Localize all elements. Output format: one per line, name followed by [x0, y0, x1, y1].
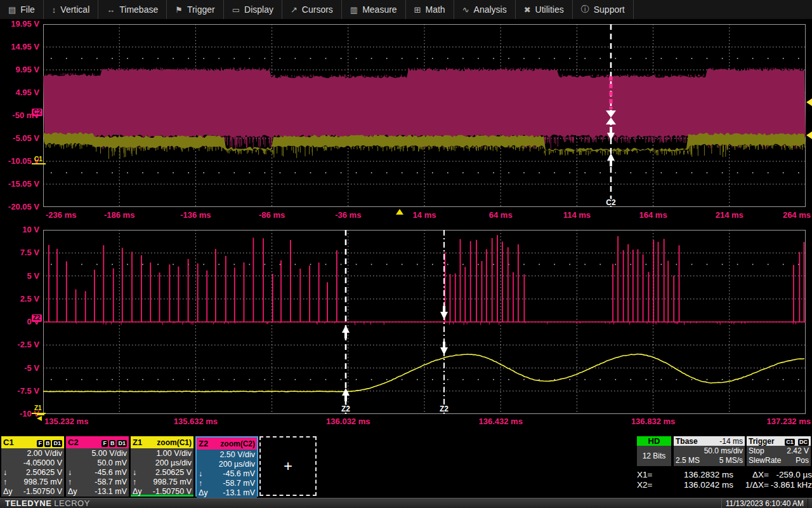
zoom-waveform-grid[interactable]: Z2Z2 — [43, 230, 806, 414]
descriptor-title: C2 — [68, 438, 79, 447]
x-axis-label: 264 ms — [750, 210, 811, 220]
cursor-arrow-icon: ↗ — [291, 5, 298, 15]
menu-item-utilities[interactable]: ✖Utilities — [516, 0, 573, 19]
y-axis-label: -7.5 V — [0, 386, 39, 396]
menu-item-label: Utilities — [535, 4, 564, 15]
trigger-title: Trigger — [749, 437, 775, 446]
inv-dx-value: -3.861 kHz — [769, 480, 812, 490]
add-trace-box[interactable]: + — [259, 436, 317, 496]
datetime-display[interactable]: 11/13/2023 6:10:40 AM — [721, 498, 808, 508]
menu-item-label: Support — [594, 4, 625, 15]
descriptor-row: 200 µs/div — [199, 460, 255, 469]
x-axis-label: 164 ms — [623, 210, 684, 220]
y-axis-label: 9.95 V — [0, 65, 39, 75]
menu-item-trigger[interactable]: ⚑Trigger — [167, 0, 223, 19]
menu-item-measure[interactable]: ▥Measure — [342, 0, 406, 19]
trigger-type: SlewRate — [749, 456, 781, 465]
x-axis-label: 114 ms — [546, 210, 607, 220]
descriptor-row: ↓-45.6 mV — [199, 469, 255, 479]
main-waveform-grid[interactable]: C2 — [43, 24, 806, 207]
y-axis-label: 19.95 V — [0, 19, 39, 29]
descriptor-row: 50.0 mV — [68, 458, 127, 468]
trigger-slope: Pos — [796, 456, 809, 465]
tools-icon: ✖ — [524, 5, 531, 15]
y-axis-label: 10 V — [0, 225, 39, 235]
hd-bits: 12 Bits — [637, 446, 671, 466]
menu-item-display[interactable]: ▭Display — [224, 0, 282, 19]
trace-descriptor-c1[interactable]: C1FBD12.00 V/div-4.05000 V↓2.50625 V↑998… — [1, 436, 64, 497]
menu-item-label: Trigger — [187, 4, 215, 15]
y-axis-label: 2.5 V — [0, 294, 39, 304]
timebase-box[interactable]: Tbase -14 ms 50.0 ms/div 2.5 MS 5 MS/s — [674, 436, 745, 466]
channel-marker-z1[interactable]: Z1 — [33, 404, 43, 412]
descriptor-subtitle: zoom(C2) — [220, 439, 255, 448]
x-axis-label: -136 ms — [165, 210, 226, 220]
horizontal-arrows-icon: ↔ — [107, 5, 115, 15]
descriptor-row: Δy-13.1 mV — [199, 488, 255, 498]
descriptor-row: 1.00 V/div — [133, 449, 192, 458]
x-axis-label: 135.232 ms — [44, 417, 105, 427]
channel-marker-c2[interactable]: C2 — [32, 109, 43, 116]
trace-descriptor-z2[interactable]: Z2zoom(C2)2.50 V/div200 µs/div↓-45.6 mV↑… — [195, 436, 258, 497]
menu-item-label: Measure — [362, 4, 396, 15]
file-icon: ▤ — [8, 5, 16, 15]
descriptor-badge-f: F — [37, 440, 43, 447]
x-axis-label: 137.232 ms — [750, 417, 811, 427]
trigger-box[interactable]: Trigger C1 DC Stop 2.42 V SlewRate Pos — [747, 436, 811, 466]
y-axis-label: 14.95 V — [0, 42, 39, 52]
channel-marker-z2[interactable]: Z2 — [32, 314, 42, 322]
descriptor-row: ↓2.50625 V — [3, 468, 62, 478]
level-indicator-arrow[interactable] — [806, 131, 812, 139]
trigger-offscreen-arrow[interactable] — [37, 416, 42, 421]
descriptor-badge-b: B — [109, 440, 116, 447]
level-indicator-arrow[interactable] — [806, 98, 812, 106]
channel-marker-c1[interactable]: C1 — [33, 156, 44, 163]
hd-mode-box[interactable]: HD 12 Bits — [637, 436, 671, 466]
x-axis-label: 136.032 ms — [318, 417, 379, 427]
y-axis-label: 5 V — [0, 271, 39, 281]
menu-bar: ▤File↕Vertical↔Timebase⚑Trigger▭Display↗… — [0, 0, 812, 20]
trigger-coupling-badge: DC — [798, 439, 809, 446]
x-axis-label: 135.632 ms — [165, 417, 226, 427]
descriptor-row: ↑998.75 mV — [3, 478, 62, 487]
measure-icon: ▥ — [350, 5, 358, 15]
x-axis-label: -186 ms — [89, 210, 150, 220]
menu-item-label: Vertical — [60, 4, 89, 15]
timebase-title: Tbase — [676, 437, 698, 446]
menu-item-label: Cursors — [302, 4, 333, 15]
x2-label: X2= — [637, 480, 660, 490]
descriptor-title: C1 — [3, 438, 14, 447]
dx-label: ΔX= — [733, 470, 769, 480]
menu-item-support[interactable]: ⓘSupport — [573, 0, 634, 19]
menu-item-label: Timebase — [119, 4, 158, 15]
x-axis-label: -36 ms — [318, 210, 379, 220]
descriptor-row: Δy-13.1 mV — [68, 487, 127, 497]
x1-label: X1= — [637, 470, 660, 480]
menu-item-file[interactable]: ▤File — [0, 0, 44, 19]
menu-item-label: Math — [426, 4, 445, 15]
x-axis-label: 136.432 ms — [470, 417, 531, 427]
trigger-time-marker[interactable] — [396, 209, 403, 215]
hd-title: HD — [637, 436, 671, 446]
oscilloscope-app: ▤File↕Vertical↔Timebase⚑Trigger▭Display↗… — [0, 0, 812, 508]
monitor-icon: ▭ — [232, 5, 240, 15]
x-axis-label: 64 ms — [470, 210, 531, 220]
menu-item-math[interactable]: ⊞Math — [406, 0, 454, 19]
timebase-rate: 5 MS/s — [719, 456, 743, 465]
calculator-icon: ⊞ — [414, 5, 421, 15]
trace-descriptor-c2[interactable]: C2FBD15.00 V/div50.0 mV↓-45.6 mV↑-58.7 m… — [66, 436, 129, 497]
cursor-readout: X1= 136.2832 ms ΔX= -259.0 µs X2= 136.02… — [637, 470, 812, 490]
dx-value: -259.0 µs — [769, 470, 812, 480]
descriptor-title: Z1 — [133, 438, 142, 447]
menu-item-vertical[interactable]: ↕Vertical — [44, 0, 98, 19]
chart-icon: ∿ — [462, 5, 469, 15]
menu-item-label: File — [20, 4, 35, 15]
descriptor-row: 5.00 V/div — [68, 449, 127, 458]
descriptor-row: ↓-45.6 mV — [68, 468, 127, 478]
descriptor-badge-f: F — [102, 440, 108, 447]
menu-item-timebase[interactable]: ↔Timebase — [98, 0, 167, 19]
menu-item-analysis[interactable]: ∿Analysis — [454, 0, 516, 19]
status-bar: TELEDYNELECROY 11/13/2023 6:10:40 AM — [0, 498, 812, 508]
trace-descriptor-z1[interactable]: Z1zoom(C1)1.00 V/div200 µs/div↓2.50625 V… — [131, 436, 193, 497]
menu-item-cursors[interactable]: ↗Cursors — [282, 0, 342, 19]
